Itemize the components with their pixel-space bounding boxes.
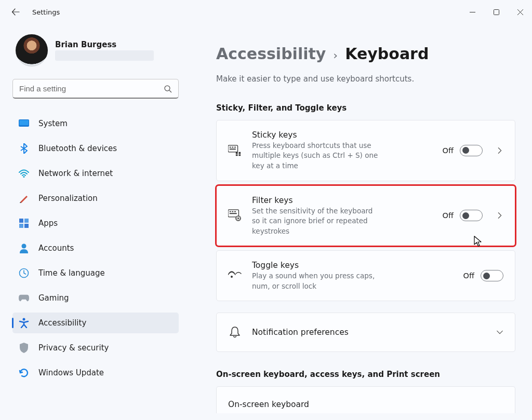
svg-rect-18: [238, 152, 241, 154]
window-controls: [460, 4, 532, 20]
svg-rect-25: [230, 213, 237, 214]
avatar: [16, 34, 48, 66]
svg-rect-12: [228, 145, 238, 152]
svg-point-28: [231, 276, 233, 278]
sidebar-item-label: System: [38, 119, 68, 128]
sidebar-item-system[interactable]: System: [12, 113, 179, 134]
svg-rect-8: [24, 224, 29, 228]
search-box[interactable]: [12, 79, 179, 99]
setting-title: On-screen keyboard: [228, 399, 503, 410]
sidebar-item-gaming[interactable]: Gaming: [12, 288, 179, 308]
svg-rect-5: [19, 219, 23, 223]
title-bar: Settings: [0, 0, 532, 24]
sidebar-item-time[interactable]: Time & language: [12, 263, 179, 283]
svg-rect-16: [230, 148, 236, 150]
sticky-keys-toggle[interactable]: [460, 145, 483, 156]
sidebar-item-label: Network & internet: [38, 169, 113, 178]
setting-title: Notification preferences: [252, 327, 483, 338]
svg-point-27: [237, 218, 239, 219]
svg-rect-20: [238, 154, 241, 156]
setting-title: Sticky keys: [252, 130, 432, 141]
search-icon: [164, 85, 172, 93]
svg-rect-24: [234, 211, 236, 212]
sidebar-item-label: Windows Update: [38, 368, 104, 377]
privacy-security-icon: [19, 343, 29, 353]
svg-rect-13: [230, 146, 231, 147]
sidebar-item-accounts[interactable]: Accounts: [12, 238, 179, 259]
sidebar-item-label: Privacy & security: [38, 343, 109, 353]
windows-update-icon: [19, 368, 29, 378]
accessibility-icon: [19, 318, 29, 328]
back-arrow-icon: [11, 8, 20, 16]
profile-name: Brian Burgess: [55, 40, 154, 49]
svg-rect-14: [232, 146, 233, 147]
setting-filter-keys[interactable]: Filter keys Set the sensitivity of the k…: [216, 185, 515, 247]
close-button[interactable]: [508, 4, 532, 20]
personalization-icon: [19, 193, 29, 204]
setting-notification-preferences[interactable]: Notification preferences: [216, 313, 515, 352]
sidebar-item-label: Apps: [38, 219, 58, 228]
apps-icon: [19, 218, 29, 228]
bluetooth-icon: [19, 143, 29, 154]
svg-point-4: [23, 176, 24, 178]
profile-email-placeholder: [55, 50, 154, 61]
sidebar-item-network[interactable]: Network & internet: [12, 163, 179, 184]
chevron-down-icon: [496, 329, 503, 336]
breadcrumb: Accessibility › Keyboard: [216, 45, 515, 63]
sidebar-item-accessibility[interactable]: Accessibility: [12, 313, 179, 333]
page-subtitle: Make it easier to type and use keyboard …: [216, 74, 515, 84]
setting-sticky-keys[interactable]: Sticky keys Press keyboard shortcuts tha…: [216, 120, 515, 181]
toggle-state-label: Off: [443, 211, 454, 220]
sidebar: Brian Burgess System Bluetooth & devices…: [0, 24, 188, 420]
profile-block[interactable]: Brian Burgess: [12, 34, 179, 66]
setting-on-screen-keyboard[interactable]: On-screen keyboard: [216, 386, 515, 413]
svg-rect-15: [234, 146, 236, 147]
sidebar-item-label: Personalization: [38, 194, 98, 203]
setting-title: Toggle keys: [252, 260, 453, 271]
network-icon: [19, 168, 29, 179]
sidebar-item-update[interactable]: Windows Update: [12, 362, 179, 383]
breadcrumb-parent[interactable]: Accessibility: [216, 45, 326, 63]
sidebar-item-label: Accounts: [38, 243, 74, 253]
maximize-icon: [494, 9, 499, 15]
filter-keys-icon: [228, 209, 242, 222]
bell-icon: [228, 326, 242, 339]
chevron-right-icon: [496, 147, 503, 154]
setting-desc: Play a sound when you press caps, num, o…: [252, 271, 382, 291]
svg-point-1: [165, 86, 170, 91]
svg-rect-3: [19, 120, 29, 125]
svg-point-11: [23, 318, 25, 321]
toggle-state-label: Off: [463, 272, 474, 280]
sidebar-item-personalization[interactable]: Personalization: [12, 188, 179, 209]
minimize-button[interactable]: [460, 4, 484, 20]
back-button[interactable]: [6, 3, 25, 21]
system-icon: [19, 118, 29, 129]
app-title: Settings: [32, 8, 60, 16]
sidebar-item-apps[interactable]: Apps: [12, 213, 179, 234]
sidebar-item-bluetooth[interactable]: Bluetooth & devices: [12, 138, 179, 159]
search-input[interactable]: [19, 84, 164, 93]
filter-keys-toggle[interactable]: [460, 210, 483, 221]
svg-point-9: [22, 244, 26, 249]
gaming-icon: [19, 293, 29, 303]
sidebar-item-label: Gaming: [38, 293, 69, 303]
svg-rect-19: [236, 154, 238, 156]
page-title: Keyboard: [345, 45, 429, 63]
svg-rect-17: [236, 152, 238, 154]
setting-desc: Press keyboard shortcuts that use multip…: [252, 141, 382, 171]
sticky-keys-icon: [228, 144, 242, 157]
maximize-button[interactable]: [484, 4, 508, 20]
time-language-icon: [19, 268, 29, 278]
setting-toggle-keys[interactable]: Toggle keys Play a sound when you press …: [216, 250, 515, 301]
svg-rect-7: [19, 224, 23, 228]
svg-rect-22: [230, 211, 231, 212]
toggle-keys-toggle[interactable]: [481, 270, 503, 281]
svg-rect-23: [232, 211, 233, 212]
accounts-icon: [19, 243, 29, 253]
close-icon: [517, 9, 523, 15]
svg-rect-6: [24, 219, 29, 223]
chevron-right-icon: ›: [333, 49, 338, 62]
section-heading-sticky: Sticky, Filter, and Toggle keys: [216, 103, 515, 113]
sidebar-item-label: Time & language: [38, 268, 105, 278]
sidebar-item-privacy[interactable]: Privacy & security: [12, 337, 179, 358]
